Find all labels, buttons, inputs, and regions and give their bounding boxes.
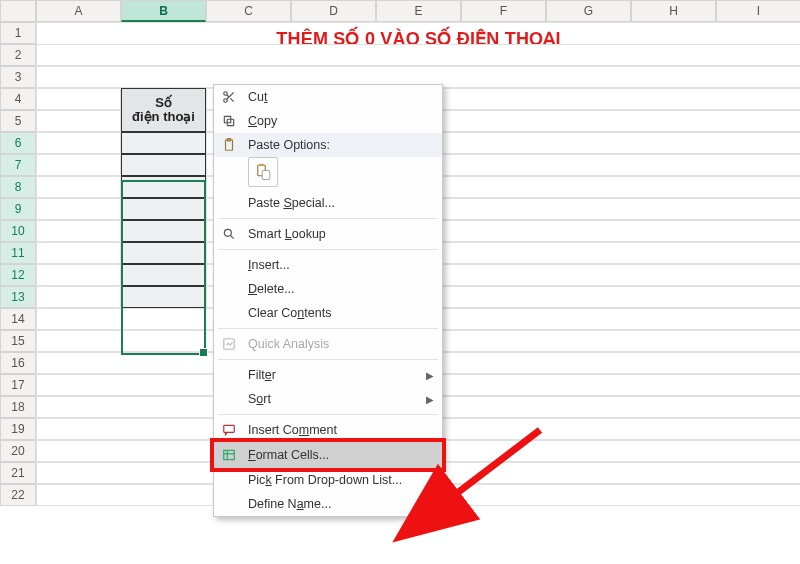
cell[interactable] xyxy=(36,88,121,110)
data-cell[interactable] xyxy=(121,132,206,154)
select-all-corner[interactable] xyxy=(0,0,36,22)
col-head-d[interactable]: D xyxy=(291,0,376,22)
blank-icon xyxy=(220,280,238,298)
cell[interactable] xyxy=(36,198,121,220)
col-head-a[interactable]: A xyxy=(36,0,121,22)
svg-rect-8 xyxy=(227,139,231,141)
menu-label: Insert Comment xyxy=(248,423,434,437)
row-head-14[interactable]: 14 xyxy=(0,308,36,330)
row-head-4[interactable]: 4 xyxy=(0,88,36,110)
data-cell[interactable] xyxy=(121,242,206,264)
cell[interactable] xyxy=(36,154,121,176)
menu-filter[interactable]: Filter ▶ xyxy=(214,363,442,387)
col-head-i[interactable]: I xyxy=(716,0,800,22)
data-cell[interactable] xyxy=(121,286,206,308)
col-head-c[interactable]: C xyxy=(206,0,291,22)
row-head-3[interactable]: 3 xyxy=(0,66,36,88)
row-head-8[interactable]: 8 xyxy=(0,176,36,198)
menu-separator xyxy=(218,218,438,219)
row-head-15[interactable]: 15 xyxy=(0,330,36,352)
col-head-h[interactable]: H xyxy=(631,0,716,22)
cell[interactable] xyxy=(36,44,800,66)
cell[interactable] xyxy=(36,264,121,286)
row-head-20[interactable]: 20 xyxy=(0,440,36,462)
cell[interactable] xyxy=(36,242,121,264)
cell[interactable] xyxy=(36,176,121,198)
menu-separator xyxy=(218,328,438,329)
menu-pick-from-list[interactable]: Pick From Drop-down List... xyxy=(214,468,442,492)
col-head-g[interactable]: G xyxy=(546,0,631,22)
data-cell[interactable] xyxy=(121,264,206,286)
data-cell[interactable] xyxy=(121,220,206,242)
menu-label: Format Cells... xyxy=(248,448,434,462)
svg-line-13 xyxy=(230,235,233,238)
blank-icon xyxy=(220,366,238,384)
row-head-12[interactable]: 12 xyxy=(0,264,36,286)
menu-cut[interactable]: Cut xyxy=(214,85,442,109)
cell[interactable] xyxy=(36,220,121,242)
svg-point-0 xyxy=(224,92,228,96)
row-head-7[interactable]: 7 xyxy=(0,154,36,176)
menu-clear-contents[interactable]: Clear Contents xyxy=(214,301,442,325)
data-cell[interactable] xyxy=(121,176,206,198)
menu-insert-comment[interactable]: Insert Comment xyxy=(214,418,442,442)
row-head-1[interactable]: 1 xyxy=(0,22,36,44)
menu-format-cells[interactable]: Format Cells... xyxy=(214,442,442,468)
row-head-13[interactable]: 13 xyxy=(0,286,36,308)
menu-define-name[interactable]: Define Name... xyxy=(214,492,442,516)
row-head-21[interactable]: 21 xyxy=(0,462,36,484)
menu-label: Pick From Drop-down List... xyxy=(248,473,434,487)
menu-label: Smart Lookup xyxy=(248,227,434,241)
clipboard-icon xyxy=(220,136,238,154)
menu-label: Insert... xyxy=(248,258,434,272)
paste-button[interactable] xyxy=(248,157,278,187)
menu-copy[interactable]: Copy xyxy=(214,109,442,133)
scissors-icon xyxy=(220,88,238,106)
row-head-2[interactable]: 2 xyxy=(0,44,36,66)
menu-smart-lookup[interactable]: Smart Lookup xyxy=(214,222,442,246)
menu-insert[interactable]: Insert... xyxy=(214,253,442,277)
col-head-b[interactable]: B xyxy=(121,0,206,22)
data-cell[interactable] xyxy=(121,154,206,176)
blank-icon xyxy=(220,390,238,408)
row-head-16[interactable]: 16 xyxy=(0,352,36,374)
menu-label: Clear Contents xyxy=(248,306,434,320)
comment-icon xyxy=(220,421,238,439)
menu-paste-special[interactable]: Paste Special... xyxy=(214,191,442,215)
row-head-5[interactable]: 5 xyxy=(0,110,36,132)
cell[interactable] xyxy=(36,286,121,308)
table-header-line2: điện thoại xyxy=(132,110,195,124)
format-cells-icon xyxy=(220,446,238,464)
menu-paste-options: Paste Options: xyxy=(214,133,442,157)
row-head-6[interactable]: 6 xyxy=(0,132,36,154)
col-head-e[interactable]: E xyxy=(376,0,461,22)
cell[interactable] xyxy=(36,110,121,132)
menu-label: Copy xyxy=(248,114,434,128)
copy-icon xyxy=(220,112,238,130)
col-head-f[interactable]: F xyxy=(461,0,546,22)
chevron-right-icon: ▶ xyxy=(426,394,434,405)
table-header-so-dien-thoai[interactable]: Số điện thoại xyxy=(121,88,206,132)
row-head-11[interactable]: 11 xyxy=(0,242,36,264)
menu-label: Cut xyxy=(248,90,434,104)
blank-icon xyxy=(220,495,238,513)
cell[interactable] xyxy=(36,132,121,154)
menu-label: Define Name... xyxy=(248,497,434,511)
row-head-18[interactable]: 18 xyxy=(0,396,36,418)
search-icon xyxy=(220,225,238,243)
row-head-9[interactable]: 9 xyxy=(0,198,36,220)
row-head-10[interactable]: 10 xyxy=(0,220,36,242)
row-head-22[interactable]: 22 xyxy=(0,484,36,506)
svg-rect-15 xyxy=(224,425,235,432)
data-cell[interactable] xyxy=(121,198,206,220)
blank-icon xyxy=(220,304,238,322)
menu-separator xyxy=(218,249,438,250)
menu-label: Sort xyxy=(248,392,416,406)
quick-analysis-icon xyxy=(220,335,238,353)
menu-delete[interactable]: Delete... xyxy=(214,277,442,301)
row-head-19[interactable]: 19 xyxy=(0,418,36,440)
svg-rect-11 xyxy=(262,171,270,180)
svg-point-1 xyxy=(224,99,228,103)
row-head-17[interactable]: 17 xyxy=(0,374,36,396)
menu-sort[interactable]: Sort ▶ xyxy=(214,387,442,411)
